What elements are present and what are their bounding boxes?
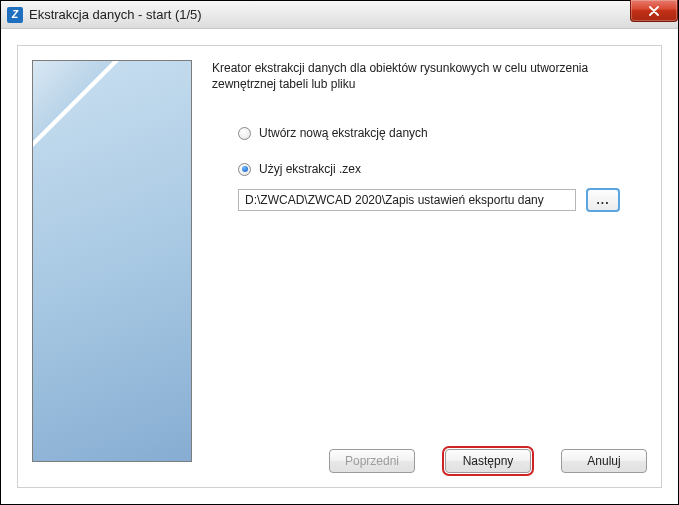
close-icon bbox=[648, 6, 660, 16]
radio-icon-selected bbox=[238, 163, 251, 176]
dialog-window: Z Ekstrakcja danych - start (1/5) Kreato… bbox=[0, 0, 679, 505]
path-row: D:\ZWCAD\ZWCAD 2020\Zapis ustawień ekspo… bbox=[212, 188, 647, 212]
radio-group: Utwórz nową ekstrakcję danych Użyj ekstr… bbox=[212, 126, 647, 176]
wizard-side-image bbox=[32, 60, 192, 462]
browse-button[interactable]: ... bbox=[586, 188, 620, 212]
radio-icon bbox=[238, 127, 251, 140]
prev-button-label: Poprzedni bbox=[345, 454, 399, 468]
right-area: Kreator ekstrakcji danych dla obiektów r… bbox=[212, 60, 647, 473]
option-create-new[interactable]: Utwórz nową ekstrakcję danych bbox=[238, 126, 647, 140]
close-button[interactable] bbox=[630, 0, 678, 22]
next-button-label: Następny bbox=[463, 454, 514, 468]
option-create-new-label: Utwórz nową ekstrakcję danych bbox=[259, 126, 428, 140]
option-use-existing[interactable]: Użyj ekstrakcji .zex bbox=[238, 162, 647, 176]
option-use-existing-label: Użyj ekstrakcji .zex bbox=[259, 162, 361, 176]
next-button[interactable]: Następny bbox=[445, 449, 531, 473]
cancel-button[interactable]: Anuluj bbox=[561, 449, 647, 473]
window-title: Ekstrakcja danych - start (1/5) bbox=[29, 7, 202, 22]
path-input[interactable]: D:\ZWCAD\ZWCAD 2020\Zapis ustawień ekspo… bbox=[238, 189, 576, 211]
cancel-button-label: Anuluj bbox=[587, 454, 620, 468]
app-icon: Z bbox=[7, 7, 23, 23]
intro-text: Kreator ekstrakcji danych dla obiektów r… bbox=[212, 60, 647, 92]
browse-button-label: ... bbox=[596, 193, 609, 207]
titlebar: Z Ekstrakcja danych - start (1/5) bbox=[1, 1, 678, 29]
prev-button: Poprzedni bbox=[329, 449, 415, 473]
app-icon-glyph: Z bbox=[12, 9, 18, 20]
page-curl-icon bbox=[32, 60, 121, 149]
main-panel: Kreator ekstrakcji danych dla obiektów r… bbox=[17, 45, 662, 488]
content-area: Kreator ekstrakcji danych dla obiektów r… bbox=[1, 29, 678, 504]
button-bar: Poprzedni Następny Anuluj bbox=[329, 449, 647, 473]
